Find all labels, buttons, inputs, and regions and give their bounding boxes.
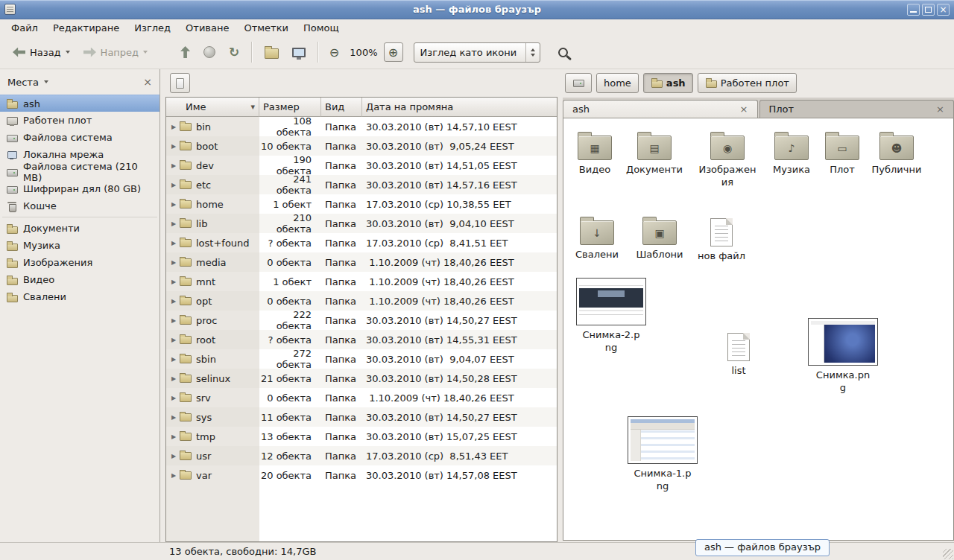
file-row[interactable]: ▶ home 1 обект Папка 17.03.2010 (ср) 10,… <box>166 194 557 214</box>
column-header[interactable]: Вид <box>321 98 362 117</box>
expander-icon[interactable]: ▶ <box>171 375 180 382</box>
zoom-in-button[interactable]: ⊕ <box>384 42 403 62</box>
menu-item[interactable]: Редактиране <box>45 21 127 35</box>
icon-view-item[interactable]: ☻ Публични <box>861 129 932 176</box>
file-row[interactable]: ▶ mnt 1 обект Папка 1.10.2009 (чт) 18,40… <box>166 272 557 291</box>
breadcrumb-button[interactable] <box>565 73 592 93</box>
file-row[interactable]: ▶ sbin 272 обекта Папка 30.03.2010 (вт) … <box>166 349 557 369</box>
file-row[interactable]: ▶ proc 222 обекта Папка 30.03.2010 (вт) … <box>166 311 557 330</box>
column-header[interactable]: Размер <box>259 98 321 117</box>
icon-view-item[interactable]: list <box>703 328 774 378</box>
file-row[interactable]: ▶ root ? обекта Папка 30.03.2010 (вт) 14… <box>166 330 557 349</box>
file-row[interactable]: ▶ dev 190 обекта Папка 30.03.2010 (вт) 1… <box>166 156 557 175</box>
sidebar-place-item[interactable]: Работен плот <box>0 112 159 129</box>
menu-item[interactable]: Изглед <box>127 21 178 35</box>
titlebar[interactable]: ash — файлов браузър <box>0 0 954 19</box>
breadcrumb-button[interactable]: ash <box>643 73 693 93</box>
pane-splitter[interactable] <box>557 69 563 542</box>
tab-close-icon[interactable]: × <box>740 104 748 115</box>
file-row[interactable]: ▶ var 20 обекта Папка 30.03.2010 (вт) 14… <box>166 465 557 485</box>
tab-close-icon[interactable]: × <box>936 104 944 115</box>
file-row[interactable]: ▶ boot 10 обекта Папка 30.03.2010 (вт) 9… <box>166 136 557 156</box>
icon-view-item[interactable]: ▤ Документи <box>619 129 690 176</box>
icon-view[interactable]: ▦ Видео ▤ Документи ◉ Изображения ♪ <box>563 118 954 541</box>
sidebar-bookmark-item[interactable]: Свалени <box>0 288 159 305</box>
sidebar-bookmark-item[interactable]: Изображения <box>0 254 159 271</box>
computer-button[interactable] <box>285 43 312 62</box>
zoom-out-button[interactable]: ⊖ <box>324 42 344 62</box>
expander-icon[interactable]: ▶ <box>171 279 180 285</box>
expander-icon[interactable]: ▶ <box>171 433 180 440</box>
sidebar-place-item[interactable]: Файлова система (210 MB) <box>0 163 159 180</box>
expander-icon[interactable]: ▶ <box>171 337 180 343</box>
back-button[interactable]: Назад <box>6 42 77 63</box>
expander-icon[interactable]: ▶ <box>171 143 180 150</box>
file-row[interactable]: ▶ lost+found ? обекта Папка 17.03.2010 (… <box>166 233 557 252</box>
stop-button[interactable] <box>197 42 222 63</box>
column-header[interactable]: Дата на промяна <box>362 98 557 117</box>
close-button[interactable] <box>937 4 950 16</box>
sidebar-place-item[interactable]: ash <box>0 95 159 112</box>
sidebar-place-item[interactable]: Шифриран дял (80 GB) <box>0 180 159 197</box>
reload-button[interactable]: ↻ <box>222 42 246 63</box>
file-row[interactable]: ▶ media 0 обекта Папка 1.10.2009 (чт) 18… <box>166 252 557 272</box>
view-mode-select[interactable]: Изглед като икони <box>414 42 540 63</box>
icon-view-item[interactable]: нов файл <box>686 214 757 263</box>
expander-icon[interactable]: ▶ <box>171 259 180 266</box>
location-button[interactable] <box>170 73 190 93</box>
pane-splitter[interactable] <box>160 69 165 542</box>
tab[interactable]: Плот × <box>759 100 954 118</box>
forward-button[interactable]: Напред <box>77 42 154 63</box>
minimize-button[interactable] <box>907 4 920 16</box>
file-row[interactable]: ▶ sys 11 обекта Папка 30.03.2010 (вт) 14… <box>166 407 557 427</box>
menu-item[interactable]: Файл <box>4 21 45 35</box>
icon-view-item[interactable]: Снимка-1.png <box>627 416 698 493</box>
sidebar-bookmark-item[interactable]: Музика <box>0 237 159 254</box>
file-row[interactable]: ▶ lib 210 обекта Папка 30.03.2010 (вт) 9… <box>166 214 557 233</box>
expander-icon[interactable]: ▶ <box>171 240 180 246</box>
menu-item[interactable]: Помощ <box>296 21 347 35</box>
home-button[interactable] <box>258 41 285 63</box>
sidebar-place-item[interactable]: Кошче <box>0 197 159 214</box>
breadcrumb-button[interactable]: home <box>596 73 639 93</box>
expander-icon[interactable]: ▶ <box>171 124 180 130</box>
resize-grip-icon[interactable] <box>943 549 953 559</box>
sidebar-place-item[interactable]: Файлова система <box>0 129 159 146</box>
expander-icon[interactable]: ▶ <box>171 472 180 479</box>
file-row[interactable]: ▶ bin 108 обекта Папка 30.03.2010 (вт) 1… <box>166 117 557 136</box>
file-row[interactable]: ▶ srv 0 обекта Папка 1.10.2009 (чт) 18,4… <box>166 388 557 407</box>
search-button[interactable] <box>552 41 575 63</box>
up-button[interactable] <box>174 42 197 63</box>
breadcrumb-button[interactable]: Работен плот <box>698 73 797 93</box>
file-row[interactable]: ▶ usr 12 обекта Папка 17.03.2010 (ср) 8,… <box>166 446 557 465</box>
sidebar-bookmark-item[interactable]: Видео <box>0 271 159 288</box>
menu-item[interactable]: Отметки <box>236 21 295 35</box>
icon-view-item[interactable]: Снимка.png <box>807 318 879 395</box>
expander-icon[interactable]: ▶ <box>171 201 180 208</box>
expander-icon[interactable]: ▶ <box>171 395 180 401</box>
expander-icon[interactable]: ▶ <box>171 414 180 421</box>
maximize-button[interactable] <box>922 4 935 16</box>
file-row[interactable]: ▶ etc 241 обекта Папка 30.03.2010 (вт) 1… <box>166 175 557 194</box>
icon-view-item[interactable]: ↓ Свалени <box>563 214 633 261</box>
file-row[interactable]: ▶ tmp 13 обекта Папка 30.03.2010 (вт) 15… <box>166 427 557 446</box>
file-row[interactable]: ▶ opt 0 обекта Папка 1.10.2009 (чт) 18,4… <box>166 291 557 311</box>
sidebar-mode-dropdown-icon[interactable] <box>44 80 48 83</box>
column-header[interactable]: Име <box>166 98 259 117</box>
sidebar-close-icon[interactable]: × <box>143 77 152 87</box>
icon-view-item[interactable]: Снимка-2.png <box>575 278 647 354</box>
expander-icon[interactable]: ▶ <box>171 453 180 459</box>
expander-icon[interactable]: ▶ <box>171 298 180 305</box>
sidebar-bookmark-item[interactable]: Документи <box>0 220 159 237</box>
tab[interactable]: ash × <box>563 100 758 118</box>
expander-icon[interactable]: ▶ <box>171 182 180 188</box>
expander-icon[interactable]: ▶ <box>171 356 180 363</box>
expander-icon[interactable]: ▶ <box>171 317 180 324</box>
icon-view-item[interactable]: ▣ Шаблони <box>624 214 695 261</box>
sidebar-title[interactable]: Места <box>7 77 39 88</box>
expander-icon[interactable]: ▶ <box>171 162 180 169</box>
file-row[interactable]: ▶ selinux 21 обекта Папка 30.03.2010 (вт… <box>166 369 557 388</box>
expander-icon[interactable]: ▶ <box>171 220 180 227</box>
icon-view-item[interactable]: ◉ Изображения <box>692 129 763 189</box>
menu-item[interactable]: Отиване <box>178 21 236 35</box>
